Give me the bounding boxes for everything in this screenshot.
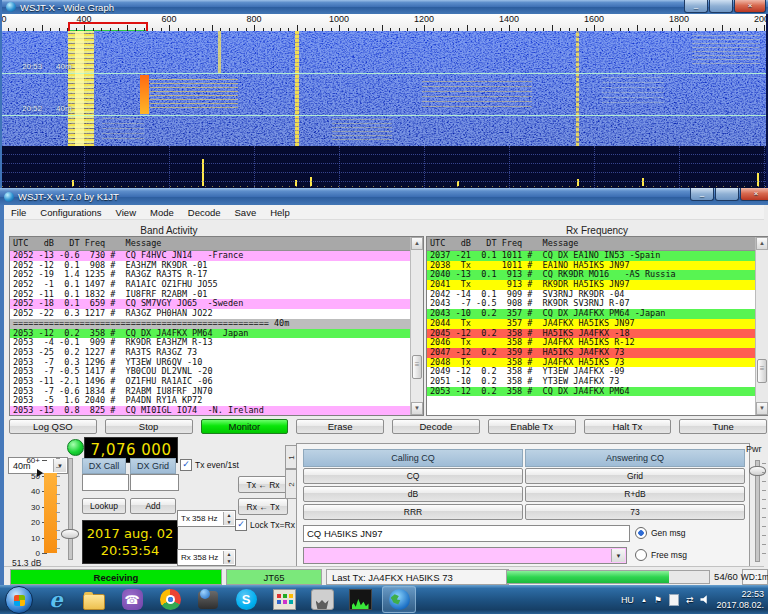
maximize-button[interactable] — [715, 188, 739, 201]
menu-configurations[interactable]: Configurations — [33, 207, 108, 218]
msg-button-rrr[interactable]: RRR — [303, 504, 523, 520]
notes-icon[interactable] — [669, 594, 679, 606]
stop-button[interactable]: Stop — [105, 419, 193, 434]
tx-even-checkbox[interactable]: ✓ Tx even/1st — [180, 459, 239, 471]
rx-lamp — [67, 439, 84, 456]
language-indicator[interactable]: HU — [621, 595, 634, 605]
scroll-up-icon[interactable]: ▲ — [411, 237, 423, 250]
rx-frequency-panel: UTC dB DT Freq Message 2037 -21 0.1 1011… — [426, 236, 768, 416]
rx-frequency-scrollbar[interactable]: ▲ ▼ — [755, 237, 768, 415]
wsjtx-app-icon — [4, 192, 14, 202]
taskbar-app-spectran[interactable] — [344, 587, 376, 612]
add-button[interactable]: Add — [130, 498, 176, 514]
decode-button[interactable]: Decode — [392, 419, 480, 434]
spinner-arrows-icon[interactable]: ▲▼ — [223, 551, 234, 564]
menu-save[interactable]: Save — [228, 207, 264, 218]
menu-view[interactable]: View — [109, 207, 143, 218]
band-activity-panel: UTC dB DT Freq Message 2052 -13 -0.6 730… — [9, 236, 424, 416]
tx-from-rx-button[interactable]: Tx ← Rx — [238, 476, 288, 493]
tray-expand-icon[interactable]: ▲ — [641, 597, 647, 603]
wide-graph-titlebar[interactable]: WSJT-X - Wide Graph – × — [2, 0, 768, 14]
scroll-down-icon[interactable]: ▼ — [411, 402, 423, 415]
msg-button-db[interactable]: dB — [303, 486, 523, 502]
halt-tx-button[interactable]: Halt Tx — [584, 419, 672, 434]
action-center-flag-icon[interactable]: ⚑ — [654, 595, 662, 605]
taskbar-app-logbook[interactable] — [192, 587, 224, 612]
slider-handle[interactable] — [61, 529, 79, 539]
taskbar-app-skype[interactable]: S — [230, 587, 262, 612]
rx-from-tx-button[interactable]: Rx ← Tx — [238, 498, 288, 515]
decode-row[interactable]: 2053 -12 0.2 358 # CQ DX JA4FKX PM64 — [427, 387, 768, 397]
tune-button[interactable]: Tune — [679, 419, 767, 434]
menu-help[interactable]: Help — [263, 207, 297, 218]
msg-button-grid[interactable]: Grid — [525, 468, 745, 484]
taskbar-app-wsjtx-globe[interactable] — [382, 586, 416, 613]
volume-icon[interactable] — [700, 595, 709, 604]
internet-explorer-icon: e — [45, 589, 67, 611]
close-button[interactable]: × — [734, 0, 766, 13]
free-msg-combo[interactable]: ▼ — [303, 547, 627, 564]
erase-button[interactable]: Erase — [296, 419, 384, 434]
chrome-icon — [160, 589, 181, 610]
minimize-button[interactable]: – — [690, 188, 714, 201]
scroll-thumb[interactable] — [757, 359, 767, 383]
main-title: WSJT-X v1.7.0 by K1JT — [18, 191, 119, 202]
enable-tx-button[interactable]: Enable Tx — [488, 419, 576, 434]
dx-grid-input[interactable] — [130, 474, 179, 491]
msg-button-cq[interactable]: CQ — [303, 468, 523, 484]
free-msg-radio[interactable]: Free msg — [635, 549, 687, 561]
scroll-up-icon[interactable]: ▲ — [756, 237, 768, 250]
gen-msg-radio[interactable]: Gen msg — [635, 527, 686, 539]
taskbar-app-viber[interactable]: ☎ — [116, 587, 148, 612]
menu-file[interactable]: File — [4, 207, 33, 218]
spinner-arrows-icon[interactable]: ▲▼ — [223, 512, 234, 525]
gen-msg-input[interactable]: CQ HA5IKS JN97 — [303, 525, 630, 542]
taskbar-app-internet-explorer[interactable]: e — [40, 587, 72, 612]
log-qso-button[interactable]: Log QSO — [9, 419, 97, 434]
main-toolbar: Log QSOStopMonitorEraseDecodeEnable TxHa… — [9, 419, 767, 434]
meter-scale-label: 30 — [31, 503, 40, 512]
radio-dot-icon — [635, 549, 647, 561]
rx-freq-spinner[interactable]: Rx 358 Hz▲▼ — [177, 549, 236, 566]
menu-mode[interactable]: Mode — [143, 207, 181, 218]
msg-button-rplusdb[interactable]: R+dB — [525, 486, 745, 502]
lock-txrx-checkbox[interactable]: ✓ Lock Tx=Rx — [235, 519, 295, 531]
start-button[interactable] — [5, 586, 33, 614]
taskbar-app-cwget[interactable] — [306, 587, 338, 612]
msg-button-73[interactable]: 73 — [525, 504, 745, 520]
scroll-down-icon[interactable]: ▼ — [756, 402, 768, 415]
scale-label: 1400 — [499, 14, 519, 24]
lookup-button[interactable]: Lookup — [82, 498, 126, 514]
chevron-down-icon[interactable]: ▼ — [611, 549, 625, 562]
scale-label: 400 — [76, 14, 91, 24]
taskbar-app-chrome[interactable] — [154, 587, 186, 612]
menu-decode[interactable]: Decode — [181, 207, 228, 218]
band-activity-scrollbar[interactable]: ▲ ▼ — [410, 237, 423, 415]
main-titlebar[interactable]: WSJT-X v1.7.0 by K1JT – × — [0, 188, 768, 205]
sync-icon[interactable]: ⇄ — [686, 595, 694, 605]
decode-row[interactable]: 2053 -15 0.8 825 # CQ MI0IGL IO74 -N. Ir… — [10, 406, 423, 416]
scroll-thumb[interactable] — [412, 355, 422, 379]
cwget-icon — [311, 589, 334, 610]
freq-scale[interactable]: 200400600800100012001400160018002000 — [2, 14, 766, 31]
pwr-slider-ticks — [762, 463, 766, 558]
waterfall[interactable]: 20:5340m 20:5240m — [2, 31, 766, 146]
taskbar-app-jtalert[interactable] — [268, 587, 300, 612]
monitor-button[interactable]: Monitor — [201, 419, 289, 434]
signal-streak — [422, 77, 532, 111]
rx-frequency-header: UTC dB DT Freq Message — [427, 237, 768, 251]
taskbar-clock[interactable]: 22:53 2017.08.02. — [716, 589, 764, 611]
close-button[interactable]: × — [740, 188, 768, 201]
checkbox-check-icon: ✓ — [180, 459, 192, 471]
period-separator — [2, 73, 766, 74]
waterfall-gain-slider[interactable] — [68, 458, 73, 560]
maximize-button[interactable] — [709, 0, 733, 13]
dx-grid-label: DX Grid — [130, 458, 176, 474]
tx-freq-spinner[interactable]: Tx 358 Hz▲▼ — [177, 510, 236, 527]
minimize-button[interactable]: – — [684, 0, 708, 13]
dx-call-input[interactable] — [82, 474, 129, 491]
scale-label: 1200 — [414, 14, 434, 24]
date-value: 2017 aug. 02 — [87, 525, 173, 542]
spectrum-plot[interactable] — [2, 146, 766, 188]
taskbar-app-file-explorer[interactable] — [78, 587, 110, 612]
